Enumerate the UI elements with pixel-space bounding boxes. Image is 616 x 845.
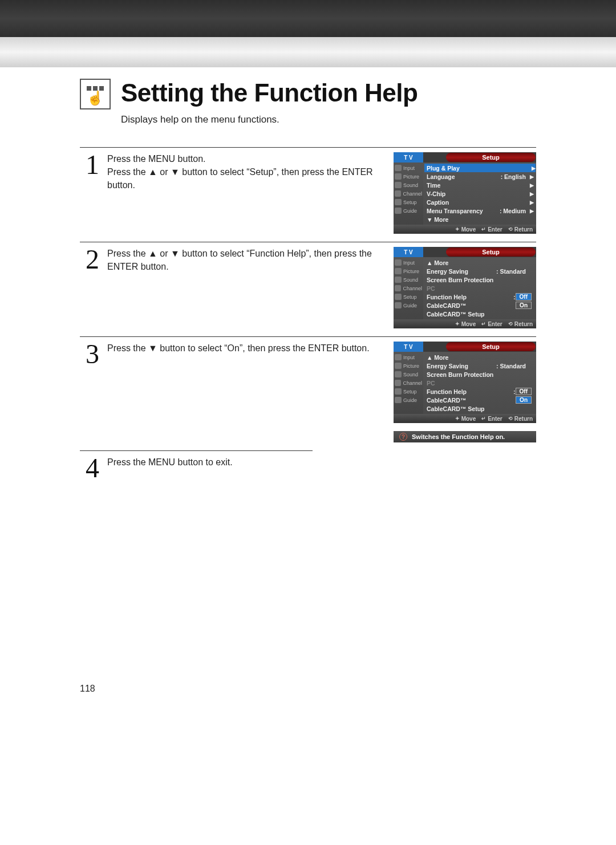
menu-more-up[interactable]: ▲ More (427, 353, 534, 361)
divider (80, 450, 313, 451)
top-dark-bar (0, 0, 616, 37)
menu-time[interactable]: Time▶ (427, 181, 534, 189)
sidebar-input[interactable]: Input (394, 164, 423, 172)
menu-plug-play[interactable]: Plug & Play▶ (424, 164, 536, 172)
osd-menu-list: Plug & Play▶ Language: English▶ Time▶ V-… (423, 162, 536, 225)
menu-caption[interactable]: Caption▶ (427, 198, 534, 206)
sidebar-channel[interactable]: Channel (394, 284, 423, 292)
step-number: 1 (80, 152, 99, 234)
title-row: ☝ Setting the Function Help (80, 79, 536, 109)
step-text: Press the ▼ button to select “On”, then … (107, 342, 383, 442)
sidebar-setup[interactable]: Setup (394, 198, 423, 206)
page-title: Setting the Function Help (121, 79, 418, 107)
enter-icon: ↵ (481, 416, 486, 421)
step-4: 4 Press the MENU button to exit. (80, 456, 536, 490)
osd-sidebar: Input Picture Sound Channel Setup Guide (394, 257, 423, 319)
sidebar-sound[interactable]: Sound (394, 275, 423, 284)
enter-icon: ↵ (481, 321, 486, 327)
osd-step2: T V Setup Input Picture Sound Channel Se… (394, 247, 536, 328)
osd-step1: T V Setup Input Picture Sound Channel Se… (394, 152, 536, 234)
sidebar-sound[interactable]: Sound (394, 370, 423, 379)
page-number: 118 (80, 684, 536, 694)
return-icon: ⟲ (508, 321, 513, 327)
sidebar-guide[interactable]: Guide (394, 206, 423, 215)
osd-section-title: Setup (446, 153, 536, 162)
sidebar-guide[interactable]: Guide (394, 396, 423, 404)
osd-menu-list: ▲ More Energy Saving: Standard Screen Bu… (423, 352, 536, 414)
menu-transparency[interactable]: Menu Transparency: Medium▶ (427, 206, 534, 215)
move-icon: ✦ (455, 226, 460, 232)
sidebar-setup[interactable]: Setup (394, 292, 423, 301)
menu-cablecard-setup[interactable]: CableCARD™ Setup (427, 404, 534, 413)
osd-tv-label: T V (394, 247, 423, 257)
menu-function-help[interactable]: Function Help: Off (427, 387, 534, 396)
step-text: Press the ▲ or ▼ button to select “Funct… (107, 247, 383, 328)
menu-language[interactable]: Language: English▶ (427, 172, 534, 181)
steps-list: 1 Press the MENU button. Press the ▲ or … (80, 147, 536, 490)
step-text: Press the MENU button to exit. (107, 456, 536, 490)
sidebar-guide[interactable]: Guide (394, 301, 423, 310)
menu-pc[interactable]: PC (427, 379, 534, 387)
sidebar-channel[interactable]: Channel (394, 189, 423, 198)
sidebar-picture[interactable]: Picture (394, 172, 423, 181)
sidebar-picture[interactable]: Picture (394, 361, 423, 370)
menu-cablecard-setup[interactable]: CableCARD™ Setup (427, 310, 534, 318)
osd-sidebar: Input Picture Sound Channel Setup Guide (394, 352, 423, 414)
menu-vchip[interactable]: V-Chip▶ (427, 189, 534, 198)
osd-tv-label: T V (394, 342, 423, 352)
return-icon: ⟲ (508, 416, 513, 421)
osd-footer: ✦Move ↵Enter ⟲Return (394, 414, 536, 423)
step-3: 3 Press the ▼ button to select “On”, the… (80, 336, 536, 442)
page-subtitle: Displays help on the menu functions. (121, 114, 536, 125)
hand-icon: ☝ (87, 91, 104, 105)
menu-burn[interactable]: Screen Burn Protection (427, 370, 534, 379)
menu-cablecard[interactable]: CableCARD™On (427, 396, 534, 404)
step-1: 1 Press the MENU button. Press the ▲ or … (80, 147, 536, 234)
osd-menu-list: ▲ More Energy Saving: Standard Screen Bu… (423, 257, 536, 319)
menu-more[interactable]: ▼ More (427, 215, 534, 224)
metal-strip (0, 37, 616, 67)
menu-energy[interactable]: Energy Saving: Standard (427, 267, 534, 275)
step-2: 2 Press the ▲ or ▼ button to select “Fun… (80, 242, 536, 328)
page-content: ☝ Setting the Function Help Displays hel… (0, 67, 616, 728)
move-icon: ✦ (455, 416, 460, 421)
menu-pc[interactable]: PC (427, 284, 534, 292)
return-icon: ⟲ (508, 226, 513, 232)
sidebar-input[interactable]: Input (394, 353, 423, 361)
osd-footer: ✦Move ↵Enter ⟲Return (394, 319, 536, 328)
help-bar-text: Switches the Function Help on. (412, 433, 505, 440)
osd-sidebar: Input Picture Sound Channel Setup Guide (394, 162, 423, 225)
osd-section-title: Setup (446, 342, 536, 351)
sidebar-channel[interactable]: Channel (394, 379, 423, 387)
help-icon: ? (399, 433, 407, 441)
step-number: 2 (80, 247, 99, 328)
enter-icon: ↵ (481, 226, 486, 232)
sidebar-picture[interactable]: Picture (394, 267, 423, 275)
menu-function-help[interactable]: Function Help: Off (427, 292, 534, 301)
osd-section-title: Setup (446, 247, 536, 257)
step-text: Press the MENU button. Press the ▲ or ▼ … (107, 152, 383, 234)
osd-tv-label: T V (394, 152, 423, 162)
osd-step3: T V Setup Input Picture Sound Channel Se… (394, 342, 536, 423)
menu-energy[interactable]: Energy Saving: Standard (427, 361, 534, 370)
osd-help-bar: ? Switches the Function Help on. (394, 431, 536, 442)
sidebar-input[interactable]: Input (394, 258, 423, 267)
menu-cablecard[interactable]: CableCARD™On (427, 301, 534, 310)
function-help-icon: ☝ (80, 79, 111, 109)
sidebar-sound[interactable]: Sound (394, 181, 423, 189)
move-icon: ✦ (455, 321, 460, 327)
step-number: 4 (80, 456, 99, 490)
osd-footer: ✦Move ↵Enter ⟲Return (394, 225, 536, 234)
step-number: 3 (80, 342, 99, 442)
sidebar-setup[interactable]: Setup (394, 387, 423, 396)
menu-burn[interactable]: Screen Burn Protection (427, 275, 534, 284)
menu-more-up[interactable]: ▲ More (427, 258, 534, 267)
